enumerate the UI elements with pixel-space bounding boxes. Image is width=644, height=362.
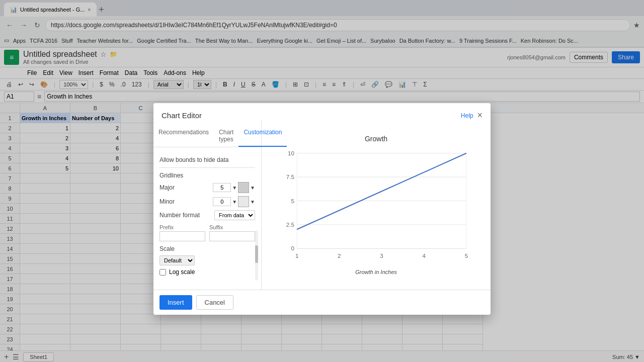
major-dropdown-icon[interactable]: ▼ [232,185,237,191]
major-label: Major [159,184,175,191]
major-color-dropdown-icon[interactable]: ▼ [250,185,255,191]
scrollbar-thumb[interactable] [255,245,258,263]
svg-text:0: 0 [291,245,294,251]
allow-bounds-label: Allow bounds to hide data [159,156,228,163]
svg-text:2: 2 [338,253,341,259]
log-scale-checkbox[interactable] [159,269,166,276]
major-input-group: ▼ ▼ [213,182,255,193]
chart-x-axis-label: Growth in Inches [276,269,477,275]
chart-editor-panel: Recommendations Chart types Customizatio… [153,121,262,290]
scale-section: Scale Default Min Max Log scale [159,245,255,276]
number-format-row: Number format From data None Number Perc… [159,210,255,220]
svg-text:7.5: 7.5 [286,174,294,180]
prefix-field: Prefix [159,224,205,241]
allow-bounds-section: Allow bounds to hide data [159,154,255,168]
minor-label: Minor [159,198,175,205]
major-value-input[interactable] [213,183,231,192]
suffix-field: Suffix [209,224,255,241]
svg-text:5: 5 [291,198,294,204]
modal-title: Chart Editor [162,111,202,120]
number-format-label: Number format [159,212,200,219]
modal-close-button[interactable]: × [477,110,482,121]
tab-chart-types[interactable]: Chart types [214,126,238,147]
suffix-label: Suffix [209,224,255,230]
modal-body: Recommendations Chart types Customizatio… [153,121,491,290]
chart-svg: 10 7.5 5 2.5 0 1 2 3 4 5 [276,146,477,266]
editor-tabs: Recommendations Chart types Customizatio… [153,126,261,147]
minor-color-dropdown-icon[interactable]: ▼ [250,199,255,205]
minor-value-input[interactable] [213,197,231,206]
minor-gridlines-row: Minor ▼ ▼ [159,196,255,207]
number-format-select[interactable]: From data None Number Percent Scientific [214,210,255,220]
svg-text:5: 5 [464,253,467,259]
chart-container: Growth 10 7.5 5 2.5 0 [276,135,477,276]
scale-label: Scale [159,245,255,252]
log-scale-row: Log scale [159,268,255,276]
chart-title: Growth [276,135,477,143]
gridlines-label: Gridlines [159,172,255,179]
editor-content: Allow bounds to hide data Gridlines Majo… [153,151,261,279]
scale-select[interactable]: Default Min Max [159,255,195,265]
prefix-label: Prefix [159,224,205,230]
chart-editor-modal: Chart Editor Help × Recommendations Char… [153,103,491,315]
svg-text:2.5: 2.5 [286,222,294,228]
scroll-area [153,281,259,285]
help-link[interactable]: Help [461,112,473,119]
minor-color-swatch[interactable] [238,196,249,207]
chart-preview-panel: Growth 10 7.5 5 2.5 0 [262,121,491,290]
scale-row: Default Min Max [159,255,255,265]
svg-text:10: 10 [287,150,294,156]
svg-text:1: 1 [295,253,298,259]
suffix-input[interactable] [209,231,255,241]
modal-header: Chart Editor Help × [153,103,491,121]
tab-recommendations[interactable]: Recommendations [153,126,214,147]
modal-footer: Insert Cancel [153,290,491,315]
log-scale-label: Log scale [169,268,195,276]
insert-button[interactable]: Insert [159,295,192,310]
cancel-button[interactable]: Cancel [196,295,233,310]
minor-dropdown-icon[interactable]: ▼ [232,199,237,205]
svg-text:4: 4 [422,253,426,259]
minor-input-group: ▼ ▼ [213,196,255,207]
prefix-suffix-row: Prefix Suffix [159,224,255,241]
svg-text:3: 3 [380,253,383,259]
major-gridlines-row: Major ▼ ▼ [159,182,255,193]
scrollbar-track[interactable] [255,230,258,281]
prefix-input[interactable] [159,231,205,241]
major-color-swatch[interactable] [238,182,249,193]
